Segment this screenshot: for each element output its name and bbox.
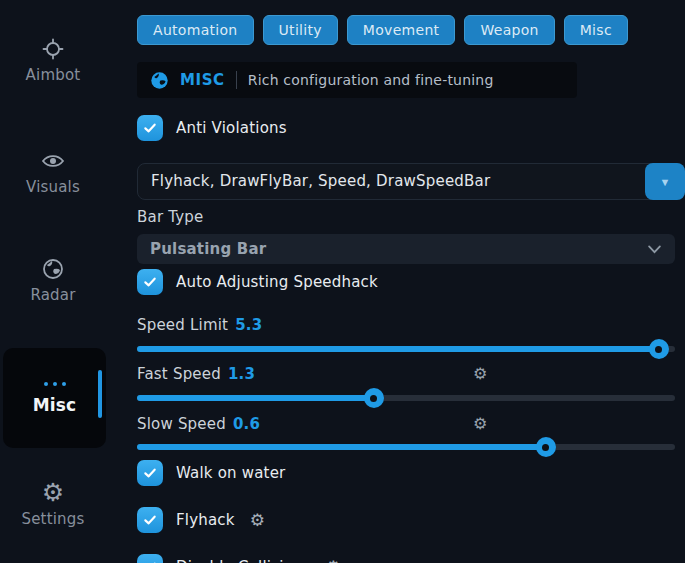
slider-speed-limit[interactable] bbox=[137, 346, 675, 352]
crosshair-icon bbox=[42, 37, 64, 61]
slider-fast-speed[interactable] bbox=[137, 395, 675, 401]
toggle-label: Flyhack bbox=[176, 511, 235, 529]
checkbox-checked[interactable] bbox=[137, 269, 163, 295]
tab-automation[interactable]: Automation bbox=[137, 15, 254, 45]
gear-icon[interactable]: ⚙ bbox=[326, 557, 341, 563]
checkbox-checked[interactable] bbox=[137, 115, 163, 141]
divider bbox=[236, 71, 237, 89]
section-subtitle: Rich configuration and fine-tuning bbox=[248, 72, 494, 88]
tab-weapon[interactable]: Weapon bbox=[464, 15, 554, 45]
select-value: Pulsating Bar bbox=[150, 240, 266, 258]
checkbox-checked[interactable] bbox=[137, 460, 163, 486]
dropdown-open-button[interactable]: ▼ bbox=[645, 163, 685, 200]
toggle-label: Disable Collisions bbox=[176, 558, 311, 563]
main-panel: Automation Utility Movement Weapon Misc … bbox=[137, 0, 685, 563]
checkbox-checked[interactable] bbox=[137, 507, 163, 533]
checkbox-checked[interactable] bbox=[137, 554, 163, 563]
gear-icon[interactable]: ⚙ bbox=[473, 364, 488, 383]
toggle-row-auto-adjusting: Auto Adjusting Speedhack bbox=[137, 269, 685, 295]
sidebar-item-misc-selected[interactable]: Misc bbox=[3, 348, 106, 448]
multiselect-value: Flyhack, DrawFlyBar, Speed, DrawSpeedBar bbox=[138, 164, 684, 199]
sidebar-item-label: Misc bbox=[33, 395, 77, 415]
slider-row-slow-speed: Slow Speed 0.6 ⚙ bbox=[137, 414, 675, 433]
eye-icon bbox=[41, 149, 65, 173]
ellipsis-icon bbox=[44, 382, 66, 386]
slider-fill bbox=[137, 444, 546, 450]
slider-value: 1.3 bbox=[228, 365, 255, 383]
globe-icon bbox=[42, 257, 64, 281]
tab-movement[interactable]: Movement bbox=[347, 15, 456, 45]
slider-slow-speed[interactable] bbox=[137, 444, 675, 450]
tab-misc[interactable]: Misc bbox=[564, 15, 628, 45]
slider-row-fast-speed: Fast Speed 1.3 ⚙ bbox=[137, 364, 675, 383]
feature-multiselect[interactable]: Flyhack, DrawFlyBar, Speed, DrawSpeedBar… bbox=[137, 163, 685, 200]
sidebar-item-visuals[interactable]: Visuals bbox=[0, 149, 106, 196]
sidebar-item-aimbot[interactable]: Aimbot bbox=[0, 37, 106, 84]
active-indicator bbox=[98, 370, 102, 418]
sidebar: Aimbot Visuals Radar Misc bbox=[0, 0, 118, 563]
slider-fill bbox=[137, 395, 374, 401]
cheat-menu-window: Aimbot Visuals Radar Misc bbox=[0, 0, 685, 563]
chevron-down-icon bbox=[647, 245, 662, 254]
toggle-row-flyhack: Flyhack ⚙ bbox=[137, 507, 685, 533]
bar-type-select[interactable]: Pulsating Bar bbox=[137, 234, 675, 264]
slider-label: Slow Speed bbox=[137, 415, 226, 433]
slider-label: Fast Speed bbox=[137, 365, 221, 383]
gear-icon: ⚙ bbox=[42, 481, 65, 505]
sidebar-item-label: Settings bbox=[21, 510, 84, 528]
sidebar-item-label: Visuals bbox=[26, 178, 80, 196]
slider-thumb[interactable] bbox=[649, 339, 669, 359]
globe-icon bbox=[150, 71, 169, 90]
toggle-label: Auto Adjusting Speedhack bbox=[176, 273, 378, 291]
slider-thumb[interactable] bbox=[536, 437, 556, 457]
bar-type-label: Bar Type bbox=[137, 208, 685, 225]
slider-value: 0.6 bbox=[233, 415, 260, 433]
section-title: MISC bbox=[180, 71, 225, 89]
section-header: MISC Rich configuration and fine-tuning bbox=[137, 62, 577, 98]
slider-fill bbox=[137, 346, 659, 352]
slider-label: Speed Limit bbox=[137, 316, 228, 334]
gear-icon[interactable]: ⚙ bbox=[250, 510, 265, 530]
toggle-label: Walk on water bbox=[176, 464, 285, 482]
sidebar-item-label: Aimbot bbox=[26, 66, 81, 84]
slider-thumb[interactable] bbox=[364, 388, 384, 408]
slider-row-speed-limit: Speed Limit 5.3 bbox=[137, 315, 675, 334]
sidebar-item-settings[interactable]: ⚙ Settings bbox=[0, 481, 106, 528]
sidebar-item-radar[interactable]: Radar bbox=[0, 257, 106, 304]
slider-value: 5.3 bbox=[235, 316, 262, 334]
tab-utility[interactable]: Utility bbox=[263, 15, 338, 45]
toggle-row-walk-on-water: Walk on water bbox=[137, 460, 685, 486]
sidebar-item-label: Radar bbox=[30, 286, 75, 304]
toggle-row-anti-violations: Anti Violations bbox=[137, 115, 685, 141]
toggle-label: Anti Violations bbox=[176, 119, 287, 137]
toggle-row-disable-collisions: Disable Collisions ⚙ bbox=[137, 554, 685, 563]
gear-icon[interactable]: ⚙ bbox=[473, 414, 488, 433]
tab-bar: Automation Utility Movement Weapon Misc bbox=[137, 15, 685, 45]
triangle-down-icon: ▼ bbox=[660, 176, 671, 188]
